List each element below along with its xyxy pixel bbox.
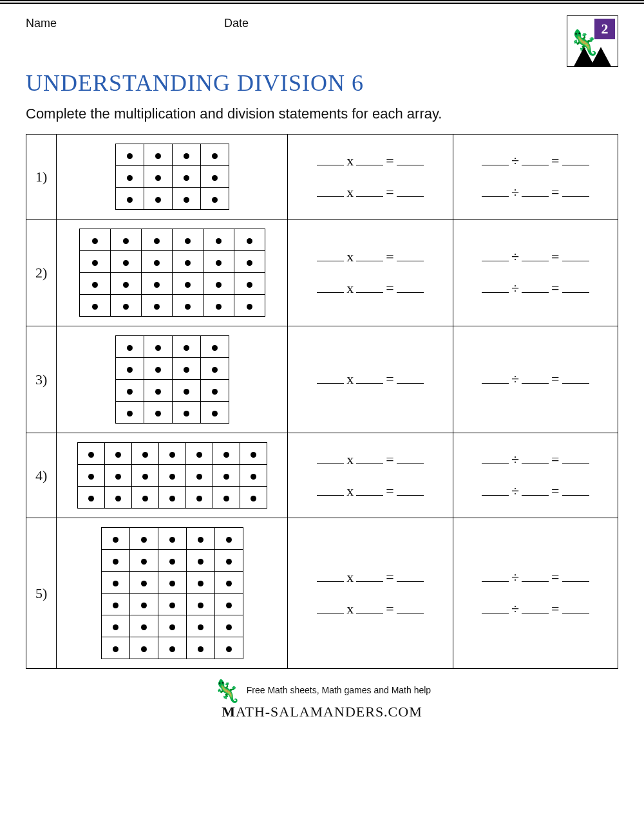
dot-icon bbox=[115, 452, 121, 458]
dot-icon bbox=[123, 260, 129, 266]
dot-icon bbox=[154, 304, 160, 310]
array-cell bbox=[57, 326, 288, 433]
multiplication-cell: x=x= bbox=[288, 135, 453, 220]
dot-icon bbox=[223, 496, 229, 501]
array-dot-cell bbox=[144, 144, 172, 166]
array-dot-cell bbox=[200, 166, 229, 188]
array-dot-cell bbox=[185, 465, 213, 487]
array-dot-cell bbox=[158, 487, 185, 509]
array-dot-cell bbox=[158, 615, 186, 637]
dot-icon bbox=[212, 175, 218, 181]
multiplication-statement: x= bbox=[290, 177, 450, 208]
page-title: UNDERSTANDING DIVISION 6 bbox=[26, 70, 618, 97]
array-dot-cell bbox=[115, 380, 144, 402]
dot-icon bbox=[92, 282, 98, 288]
dot-icon bbox=[115, 474, 121, 480]
dot-icon bbox=[185, 238, 191, 244]
array-dot-cell bbox=[79, 273, 110, 295]
array-dot-cell bbox=[129, 637, 158, 659]
dot-icon bbox=[198, 624, 204, 630]
array-dot-cell bbox=[144, 402, 172, 424]
division-cell: ÷=÷= bbox=[453, 220, 618, 326]
array-dot-cell bbox=[115, 144, 144, 166]
dot-icon bbox=[198, 559, 204, 565]
dot-icon bbox=[247, 260, 252, 266]
array-dot-cell bbox=[172, 336, 200, 358]
array-dot-cell bbox=[234, 229, 265, 251]
dot-array bbox=[115, 144, 229, 210]
dot-icon bbox=[113, 624, 118, 630]
array-dot-cell bbox=[141, 295, 172, 317]
dot-icon bbox=[247, 282, 252, 288]
problem-number: 5) bbox=[26, 518, 57, 669]
division-statement: ÷= bbox=[456, 177, 615, 208]
array-dot-cell bbox=[101, 528, 129, 550]
array-dot-cell bbox=[79, 295, 110, 317]
dot-icon bbox=[113, 537, 118, 543]
dot-icon bbox=[216, 282, 222, 288]
multiplication-statement: x= bbox=[290, 562, 450, 593]
array-dot-cell bbox=[234, 251, 265, 273]
division-statement: ÷= bbox=[456, 273, 615, 304]
dot-icon bbox=[123, 282, 129, 288]
array-dot-cell bbox=[115, 166, 144, 188]
dot-icon bbox=[185, 282, 191, 288]
array-dot-cell bbox=[101, 615, 129, 637]
problem-number: 4) bbox=[26, 433, 57, 518]
dot-array bbox=[79, 229, 265, 317]
dot-array bbox=[77, 442, 267, 509]
problem-row: 5)x=x=÷=÷= bbox=[26, 518, 618, 669]
array-dot-cell bbox=[158, 443, 185, 465]
problems-table: 1)x=x=÷=÷=2)x=x=÷=÷=3)x=÷=4)x=x=÷=÷=5)x=… bbox=[26, 134, 618, 669]
dot-icon bbox=[88, 496, 94, 501]
dot-icon bbox=[155, 153, 161, 159]
dot-icon bbox=[226, 603, 232, 608]
array-dot-cell bbox=[172, 380, 200, 402]
dot-icon bbox=[88, 474, 94, 480]
dot-icon bbox=[184, 367, 189, 373]
array-dot-cell bbox=[158, 637, 186, 659]
array-dot-cell bbox=[158, 550, 186, 572]
dot-icon bbox=[141, 559, 147, 565]
array-dot-cell bbox=[186, 550, 214, 572]
division-statement: ÷= bbox=[456, 594, 615, 624]
dot-icon bbox=[155, 197, 161, 203]
dot-icon bbox=[141, 646, 147, 652]
division-statement: ÷= bbox=[456, 241, 615, 272]
dot-icon bbox=[169, 646, 175, 652]
dot-icon bbox=[169, 496, 175, 501]
array-dot-cell bbox=[101, 550, 129, 572]
dot-icon bbox=[251, 496, 256, 501]
dot-icon bbox=[169, 474, 175, 480]
dot-icon bbox=[212, 197, 218, 203]
dot-icon bbox=[212, 153, 218, 159]
worksheet-page: Name Date 2 🦎 UNDERSTANDING DIVISION 6 C… bbox=[0, 0, 644, 727]
array-dot-cell bbox=[214, 528, 243, 550]
dot-icon bbox=[113, 581, 118, 586]
array-dot-cell bbox=[172, 402, 200, 424]
dot-icon bbox=[223, 452, 229, 458]
array-dot-cell bbox=[115, 358, 144, 380]
brand-logo: 2 🦎 bbox=[567, 15, 618, 67]
dot-icon bbox=[142, 496, 148, 501]
dot-icon bbox=[141, 603, 147, 608]
dot-icon bbox=[127, 411, 133, 416]
header: Name Date 2 🦎 bbox=[26, 15, 618, 67]
date-label: Date bbox=[224, 17, 249, 30]
dot-icon bbox=[142, 452, 148, 458]
array-dot-cell bbox=[213, 443, 240, 465]
dot-icon bbox=[198, 581, 204, 586]
array-dot-cell bbox=[172, 229, 203, 251]
dot-array bbox=[101, 527, 243, 659]
dot-icon bbox=[247, 238, 252, 244]
dot-icon bbox=[196, 496, 202, 501]
array-dot-cell bbox=[240, 487, 267, 509]
array-dot-cell bbox=[144, 188, 172, 210]
multiplication-statement: x= bbox=[290, 273, 450, 304]
multiplication-statement: x= bbox=[290, 444, 450, 475]
footer-tagline: Free Math sheets, Math games and Math he… bbox=[247, 685, 431, 695]
dot-icon bbox=[127, 197, 133, 203]
division-cell: ÷=÷= bbox=[453, 135, 618, 220]
multiplication-statement: x= bbox=[290, 241, 450, 272]
dot-icon bbox=[141, 537, 147, 543]
